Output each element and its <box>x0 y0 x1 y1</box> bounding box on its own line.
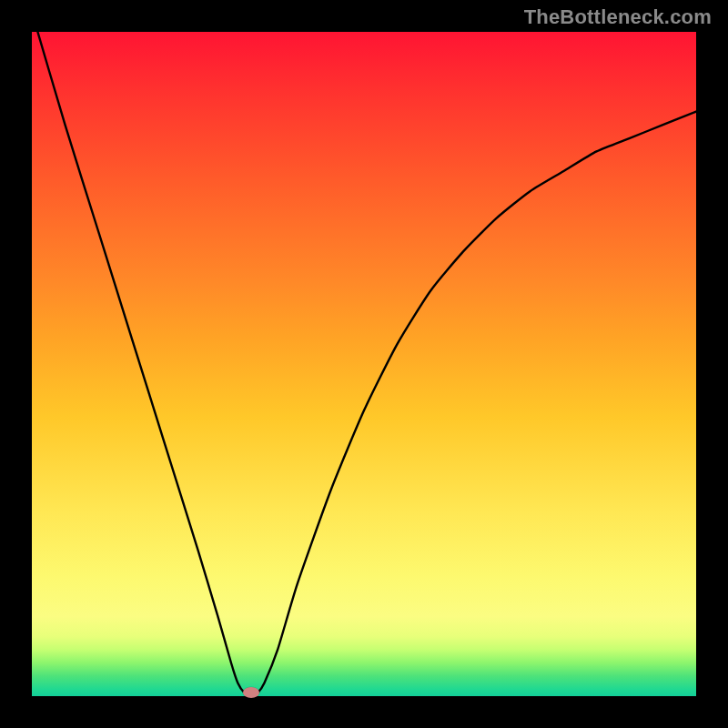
optimum-marker <box>243 687 259 698</box>
bottleneck-curve <box>32 32 696 696</box>
plot-area <box>32 32 696 696</box>
watermark-label: TheBottleneck.com <box>524 5 712 29</box>
chart-frame: TheBottleneck.com <box>0 0 728 728</box>
